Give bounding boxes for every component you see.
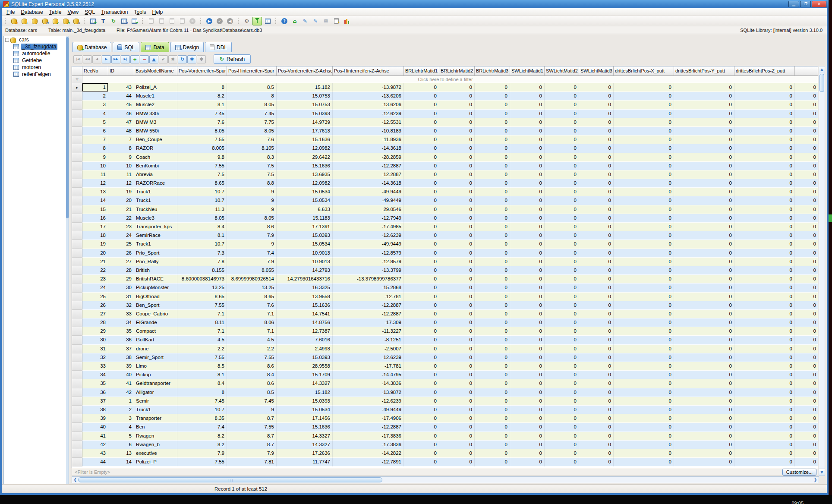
cell[interactable]: 0 <box>545 92 579 101</box>
cell[interactable]: 0 <box>795 406 818 414</box>
menu-item-view[interactable]: View <box>64 9 82 16</box>
cell[interactable]: 0 <box>734 284 795 292</box>
cell[interactable]: 0 <box>439 83 475 92</box>
cell[interactable]: 0 <box>734 345 795 353</box>
cell[interactable]: 0 <box>510 223 545 231</box>
cell[interactable]: 15.182 <box>277 388 333 397</box>
cell[interactable]: 8.65 <box>177 293 227 301</box>
cell[interactable]: 0 <box>734 214 795 223</box>
cell[interactable]: 2.4993 <box>277 345 333 353</box>
cell[interactable]: 0 <box>579 379 614 388</box>
cell[interactable]: 0 <box>404 110 439 118</box>
rollback-transaction-button[interactable]: ◀ <box>225 17 235 25</box>
row-selector[interactable] <box>72 371 82 379</box>
cell[interactable]: 0 <box>795 101 818 109</box>
row-selector[interactable] <box>72 101 82 109</box>
cell[interactable]: 17.2636 <box>277 449 333 458</box>
cell[interactable]: 0 <box>475 310 510 318</box>
cell[interactable]: 0 <box>674 249 734 258</box>
cell[interactable]: 0 <box>404 205 439 214</box>
cell[interactable]: 0 <box>439 110 475 118</box>
cell[interactable]: 0 <box>510 153 545 162</box>
row-selector[interactable] <box>72 301 82 310</box>
cell[interactable]: 0 <box>795 127 818 135</box>
cell[interactable]: 0 <box>510 293 545 301</box>
cell[interactable]: 0 <box>439 432 475 441</box>
cell[interactable]: 0 <box>674 231 734 240</box>
cell[interactable]: 0 <box>674 170 734 179</box>
cell[interactable]: 0 <box>579 110 614 118</box>
cell[interactable]: 0 <box>404 388 439 397</box>
tree-item-motoren[interactable]: motoren <box>4 64 69 71</box>
column-header-drittesBrlichtPos-Z_putt[interactable]: drittesBrlichtPos-Z_putt <box>734 66 795 76</box>
menu-item-file[interactable]: File <box>3 9 18 16</box>
cell[interactable]: 0 <box>439 240 475 249</box>
cell[interactable]: 0 <box>545 118 579 127</box>
cell[interactable]: 10.9013 <box>277 249 333 258</box>
cell[interactable]: 0 <box>614 423 674 432</box>
cell[interactable]: 8.8 <box>227 179 277 188</box>
cell[interactable]: 0 <box>734 388 795 397</box>
cell[interactable]: 0 <box>545 205 579 214</box>
cell[interactable]: 40 <box>82 423 108 432</box>
menu-item-sql[interactable]: SQL <box>82 9 98 16</box>
cell[interactable]: 0 <box>475 301 510 310</box>
cell[interactable]: 7.4 <box>177 423 227 432</box>
cell[interactable]: 42 <box>108 388 134 397</box>
cell[interactable]: -2.5007 <box>333 345 404 353</box>
cell[interactable]: 22 <box>108 214 134 223</box>
cell[interactable]: 15.0393 <box>277 397 333 406</box>
cell[interactable]: 26 <box>108 249 134 258</box>
cell[interactable]: Muscle2 <box>134 101 177 109</box>
tree-item-_3d_fzeugdata[interactable]: _3d_fzeugdata <box>4 43 69 50</box>
cell[interactable]: 0 <box>439 293 475 301</box>
cell[interactable]: 0 <box>475 423 510 432</box>
cell[interactable]: 0 <box>734 196 795 205</box>
cell[interactable]: 15.1636 <box>277 423 333 432</box>
cell[interactable]: 0 <box>579 266 614 275</box>
cell[interactable]: 0 <box>674 345 734 353</box>
cell[interactable]: 0 <box>404 144 439 153</box>
cell[interactable]: 0 <box>510 179 545 188</box>
cell[interactable]: 0 <box>439 423 475 432</box>
column-header-Pos-Hinterreifen-Spur[interactable]: Pos-Hinterreifen-Spur <box>227 66 277 76</box>
cell[interactable]: 0 <box>734 458 795 466</box>
cell[interactable]: Abrevia <box>134 170 177 179</box>
cell[interactable]: 0 <box>614 388 674 397</box>
cell[interactable]: 8 <box>108 144 134 153</box>
row-selector[interactable] <box>72 153 82 162</box>
cell[interactable]: 0 <box>404 249 439 258</box>
cell[interactable]: -10.8183 <box>333 127 404 135</box>
cell[interactable]: 6.633 <box>277 205 333 214</box>
cell[interactable]: 0 <box>734 336 795 344</box>
cell[interactable]: 0 <box>795 293 818 301</box>
cell[interactable]: 0 <box>545 83 579 92</box>
cell[interactable]: 0 <box>404 301 439 310</box>
column-header-drittesBrlichtPos-X_putt[interactable]: drittesBrlichtPos-X_putt <box>614 66 674 76</box>
cell[interactable]: 0 <box>674 388 734 397</box>
cell[interactable]: 0 <box>614 345 674 353</box>
cell[interactable]: 0 <box>439 345 475 353</box>
cell[interactable]: 0 <box>734 223 795 231</box>
cell[interactable]: 10 <box>82 162 108 170</box>
nav-goto-bookmark-button[interactable]: ✱ <box>197 55 206 63</box>
cell[interactable]: 0 <box>614 397 674 406</box>
cell[interactable]: 15.1636 <box>277 301 333 310</box>
cell[interactable]: 0 <box>674 441 734 449</box>
cell[interactable]: 8.7 <box>227 414 277 423</box>
cell[interactable]: 0 <box>579 397 614 406</box>
cell[interactable]: 12.0982 <box>277 144 333 153</box>
cell[interactable]: -17.781 <box>333 362 404 371</box>
menu-item-table[interactable]: Table <box>46 9 65 16</box>
cell[interactable]: Prio_Sport <box>134 249 177 258</box>
cell[interactable]: 13.9558 <box>277 293 333 301</box>
cell[interactable]: 0 <box>475 179 510 188</box>
cell[interactable]: Coupe_Cabrio <box>134 310 177 318</box>
cell[interactable]: 0 <box>614 258 674 266</box>
cell[interactable]: 0 <box>674 284 734 292</box>
cell[interactable]: 14.2793016433716 <box>277 275 333 284</box>
cell[interactable]: 0 <box>674 92 734 101</box>
cell[interactable]: 13.25 <box>227 284 277 292</box>
cell[interactable]: 36 <box>82 388 108 397</box>
cell[interactable]: 0 <box>579 101 614 109</box>
